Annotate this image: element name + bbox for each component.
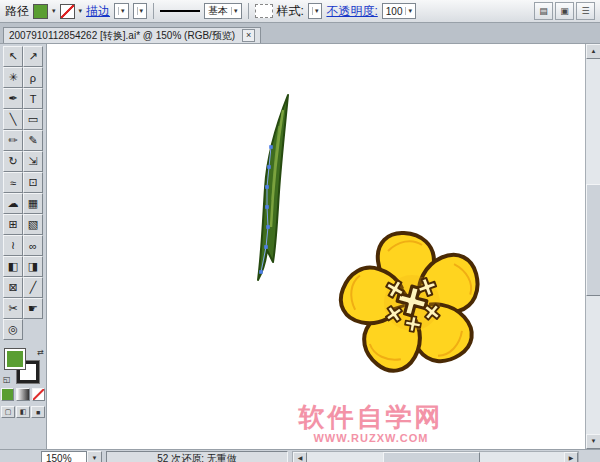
none-button[interactable] xyxy=(32,388,45,401)
brush-combo[interactable]: 基本▾ xyxy=(204,3,242,19)
opacity-input[interactable]: 100▾ xyxy=(382,3,416,19)
tool-free-transform[interactable]: ⊡ xyxy=(23,172,43,193)
tool-paintbrush[interactable]: ✏ xyxy=(3,130,23,151)
watermark: 软件自学网 WWW.RUZXW.COM xyxy=(283,402,459,444)
opacity-link[interactable]: 不透明度: xyxy=(326,3,377,20)
separator xyxy=(153,3,154,19)
tab-bar: 2007910112854262 [转换].ai* @ 150% (RGB/预览… xyxy=(0,23,600,44)
variable-width-combo[interactable]: ▾ xyxy=(133,3,148,19)
document-tab[interactable]: 2007910112854262 [转换].ai* @ 150% (RGB/预览… xyxy=(3,27,261,43)
zoom-combo[interactable]: 150% ▼ xyxy=(41,452,102,462)
tool-zoom[interactable]: ◎ xyxy=(3,319,23,340)
full-screen-mode-button[interactable]: ■ xyxy=(31,406,45,418)
tool-live-paint-selection[interactable]: ◨ xyxy=(23,256,43,277)
tool-selection[interactable]: ↖ xyxy=(3,46,23,67)
swap-colors-icon[interactable]: ⇄ xyxy=(37,348,44,357)
tool-slice[interactable]: ╱ xyxy=(23,277,43,298)
screen-mode-row: ▢ ◧ ■ xyxy=(1,406,45,418)
style-preview-swatch[interactable] xyxy=(255,4,273,18)
tool-scissors[interactable]: ✂ xyxy=(3,298,23,319)
tool-gradient[interactable]: ▧ xyxy=(23,214,43,235)
leaf-artwork[interactable] xyxy=(246,92,298,284)
status-bar: 150% ▼ 52 次还原: 无重做 ◀ ▶ xyxy=(0,449,600,462)
fill-stroke-control: ⇄ ◱ xyxy=(1,348,45,384)
color-mode-row xyxy=(1,388,45,401)
dropdown-icon[interactable]: ▾ xyxy=(405,7,412,15)
brush-stroke-preview xyxy=(160,10,200,12)
tool-eyedropper[interactable]: ≀ xyxy=(3,235,23,256)
brush-combo-value: 基本 xyxy=(208,4,228,18)
tool-pencil[interactable]: ✎ xyxy=(23,130,43,151)
tool-line-segment[interactable]: ╲ xyxy=(3,109,23,130)
horizontal-scrollbar[interactable]: ◀ ▶ xyxy=(292,451,579,462)
dropdown-icon[interactable]: ▾ xyxy=(231,7,238,15)
fill-color-swatch[interactable] xyxy=(33,4,48,19)
full-screen-menu-mode-button[interactable]: ◧ xyxy=(16,406,30,418)
style-label: 样式: xyxy=(277,3,304,20)
control-bar: 路径 ▾ ▾ 描边 ▾ ▾ 基本▾ 样式: ▾ 不透明度: 100▾ ▤ ▣ ☰ xyxy=(0,0,600,23)
tool-live-paint-bucket[interactable]: ◧ xyxy=(3,256,23,277)
styles-panel-icon[interactable]: ▣ xyxy=(555,2,574,20)
tool-type[interactable]: T xyxy=(23,88,43,109)
watermark-title: 软件自学网 xyxy=(283,402,459,432)
panel-label: 路径 xyxy=(5,3,29,20)
horizontal-scroll-thumb[interactable] xyxy=(383,452,480,462)
tool-blend[interactable]: ∞ xyxy=(23,235,43,256)
tool-warp[interactable]: ≈ xyxy=(3,172,23,193)
dropdown-icon[interactable]: ▾ xyxy=(312,7,319,15)
stroke-link[interactable]: 描边 xyxy=(86,3,110,20)
color-button[interactable] xyxy=(1,388,14,401)
control-bar-right-icons: ▤ ▣ ☰ xyxy=(534,2,595,20)
opacity-value: 100 xyxy=(386,6,403,17)
tool-grid: ↖↗✳ρ✒T╲▭✏✎↻⇲≈⊡☁▦⊞▧≀∞◧◨⊠╱✂☛◎ xyxy=(1,46,45,340)
brushes-panel-icon[interactable]: ▤ xyxy=(534,2,553,20)
tool-rectangle[interactable]: ▭ xyxy=(23,109,43,130)
vertical-scroll-thumb[interactable] xyxy=(586,184,600,296)
scroll-left-icon[interactable]: ◀ xyxy=(293,452,307,462)
stroke-color-swatch[interactable] xyxy=(60,4,75,19)
scroll-right-icon[interactable]: ▶ xyxy=(564,452,578,462)
tool-direct-selection[interactable]: ↗ xyxy=(23,46,43,67)
gradient-button[interactable] xyxy=(16,388,29,401)
spinner-icon[interactable]: ▾ xyxy=(118,7,125,15)
tool-scale[interactable]: ⇲ xyxy=(23,151,43,172)
tool-magic-wand[interactable]: ✳ xyxy=(3,67,23,88)
statusbar-corner xyxy=(583,451,597,462)
document-title: 2007910112854262 [转换].ai* @ 150% (RGB/预览… xyxy=(9,29,235,43)
watermark-url: WWW.RUZXW.COM xyxy=(283,432,459,444)
scroll-up-icon[interactable]: ▲ xyxy=(586,44,600,59)
main-area: ↖↗✳ρ✒T╲▭✏✎↻⇲≈⊡☁▦⊞▧≀∞◧◨⊠╱✂☛◎ ⇄ ◱ ▢ ◧ ■ xyxy=(0,44,600,449)
default-colors-icon[interactable]: ◱ xyxy=(3,375,11,384)
stroke-weight-combo[interactable]: ▾ xyxy=(114,3,129,19)
tool-rotate[interactable]: ↻ xyxy=(3,151,23,172)
fill-dropdown-icon[interactable]: ▾ xyxy=(52,7,56,15)
illustrator-window: 路径 ▾ ▾ 描边 ▾ ▾ 基本▾ 样式: ▾ 不透明度: 100▾ ▤ ▣ ☰… xyxy=(0,0,600,462)
toolbar-fill-swatch[interactable] xyxy=(5,349,25,369)
status-readout[interactable]: 52 次还原: 无重做 xyxy=(106,451,288,462)
zoom-dropdown-icon[interactable]: ▼ xyxy=(87,451,102,462)
tool-hand[interactable]: ☛ xyxy=(23,298,43,319)
scroll-down-icon[interactable]: ▼ xyxy=(586,434,600,449)
artboard-canvas[interactable]: 软件自学网 WWW.RUZXW.COM ▲ ▼ xyxy=(47,44,600,449)
dropdown-icon[interactable]: ▾ xyxy=(137,7,144,15)
tool-symbol-sprayer[interactable]: ☁ xyxy=(3,193,23,214)
style-combo[interactable]: ▾ xyxy=(308,3,323,19)
close-icon[interactable]: × xyxy=(242,29,255,42)
tools-palette: ↖↗✳ρ✒T╲▭✏✎↻⇲≈⊡☁▦⊞▧≀∞◧◨⊠╱✂☛◎ ⇄ ◱ ▢ ◧ ■ xyxy=(0,44,47,449)
tool-mesh[interactable]: ⊞ xyxy=(3,214,23,235)
zoom-value[interactable]: 150% xyxy=(41,451,87,462)
tool-crop-area[interactable]: ⊠ xyxy=(3,277,23,298)
separator xyxy=(248,3,249,19)
normal-screen-mode-button[interactable]: ▢ xyxy=(1,406,15,418)
vertical-scrollbar[interactable]: ▲ ▼ xyxy=(585,44,600,449)
menu-icon[interactable]: ☰ xyxy=(576,2,595,20)
stroke-dropdown-icon[interactable]: ▾ xyxy=(79,7,83,15)
tool-column-graph[interactable]: ▦ xyxy=(23,193,43,214)
flower-artwork[interactable] xyxy=(336,227,488,379)
tool-lasso[interactable]: ρ xyxy=(23,67,43,88)
tool-pen[interactable]: ✒ xyxy=(3,88,23,109)
